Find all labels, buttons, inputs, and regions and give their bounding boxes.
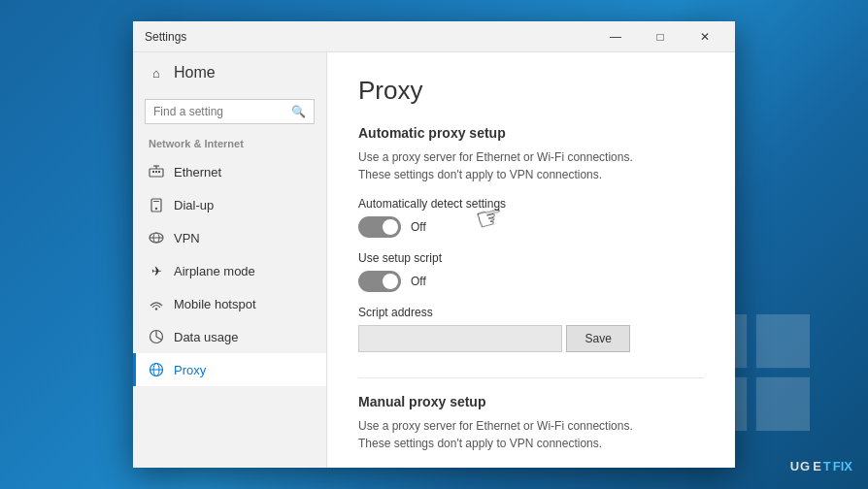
search-input[interactable] (153, 105, 285, 118)
auto-proxy-section: Automatic proxy setup Use a proxy server… (358, 125, 704, 374)
page-title: Proxy (358, 76, 704, 106)
proxy-label: Proxy (174, 363, 206, 377)
close-button[interactable]: ✕ (683, 21, 727, 52)
manual-proxy-title: Manual proxy setup (358, 394, 704, 409)
detect-settings-label: Automatically detect settings (358, 197, 704, 211)
main-content: ⌂ Home 🔍 Network & Internet (133, 52, 735, 468)
auto-proxy-title: Automatic proxy setup (358, 125, 704, 141)
save-button[interactable]: Save (566, 325, 629, 352)
manual-proxy-desc: Use a proxy server for Ethernet or Wi-Fi… (358, 417, 704, 452)
svg-point-11 (155, 208, 157, 210)
sidebar-item-dialup[interactable]: Dial-up (133, 188, 326, 221)
manual-proxy-section: Manual proxy setup Use a proxy server fo… (358, 394, 704, 468)
auto-proxy-desc: Use a proxy server for Ethernet or Wi-Fi… (358, 148, 704, 183)
sidebar-item-hotspot[interactable]: Mobile hotspot (133, 287, 326, 320)
svg-point-16 (155, 308, 157, 310)
svg-rect-1 (756, 314, 810, 368)
watermark-fix: FIX (833, 459, 852, 473)
hotspot-label: Mobile hotspot (174, 297, 256, 311)
svg-rect-12 (153, 201, 159, 202)
datausage-icon (149, 329, 164, 344)
sidebar-search-box[interactable]: 🔍 (145, 99, 315, 124)
sidebar: ⌂ Home 🔍 Network & Internet (133, 52, 327, 468)
sidebar-item-ethernet[interactable]: Ethernet (133, 155, 326, 188)
window-title: Settings (141, 30, 593, 44)
watermark-t: T (823, 459, 831, 473)
watermark-et: E (813, 459, 821, 473)
home-icon: ⌂ (149, 65, 164, 81)
use-proxy-label: Use a proxy server (358, 466, 704, 468)
sidebar-item-home[interactable]: ⌂ Home (133, 52, 326, 93)
sidebar-item-vpn[interactable]: VPN (133, 221, 326, 254)
minimize-button[interactable]: — (593, 21, 638, 52)
detect-settings-state: Off (411, 220, 426, 234)
setup-script-toggle[interactable] (358, 271, 401, 292)
content-panel: Proxy Automatic proxy setup Use a proxy … (327, 52, 735, 468)
airplane-icon: ✈ (149, 263, 164, 278)
script-address-input[interactable] (358, 325, 562, 352)
title-bar: Settings — □ ✕ (133, 21, 735, 52)
sidebar-section-title: Network & Internet (133, 134, 326, 155)
ethernet-icon (149, 164, 164, 179)
vpn-icon (149, 230, 164, 245)
dialup-label: Dial-up (174, 198, 214, 212)
window-controls: — □ ✕ (593, 21, 727, 52)
script-address-label: Script address (358, 306, 704, 319)
sidebar-item-datausage[interactable]: Data usage (133, 320, 326, 353)
settings-window: Settings — □ ✕ ⌂ Home 🔍 Network & Intern… (133, 21, 735, 468)
watermark: UG E T FIX (790, 459, 852, 473)
sidebar-home-label: Home (174, 64, 216, 82)
hotspot-icon (149, 296, 164, 311)
setup-script-state: Off (411, 275, 426, 288)
airplane-label: Airplane mode (174, 264, 255, 278)
svg-rect-3 (756, 377, 810, 431)
sidebar-item-airplane[interactable]: ✈ Airplane mode (133, 254, 326, 287)
datausage-label: Data usage (174, 330, 239, 344)
setup-script-row: Off (358, 271, 704, 292)
detect-settings-toggle[interactable] (358, 216, 401, 238)
proxy-icon (149, 362, 164, 377)
svg-rect-7 (158, 171, 160, 173)
watermark-ug: UG (790, 459, 812, 473)
maximize-button[interactable]: □ (638, 21, 683, 52)
detect-toggle-knob (383, 219, 398, 235)
search-icon: 🔍 (291, 105, 306, 118)
script-toggle-knob (383, 274, 398, 289)
dialup-icon (149, 197, 164, 212)
vpn-label: VPN (174, 231, 200, 245)
svg-rect-6 (155, 171, 157, 173)
setup-script-label: Use setup script (358, 251, 704, 265)
svg-rect-5 (152, 171, 154, 173)
sidebar-item-proxy[interactable]: Proxy (133, 353, 326, 386)
detect-settings-row: Off (358, 216, 704, 238)
section-divider (358, 377, 704, 378)
ethernet-label: Ethernet (174, 165, 221, 179)
